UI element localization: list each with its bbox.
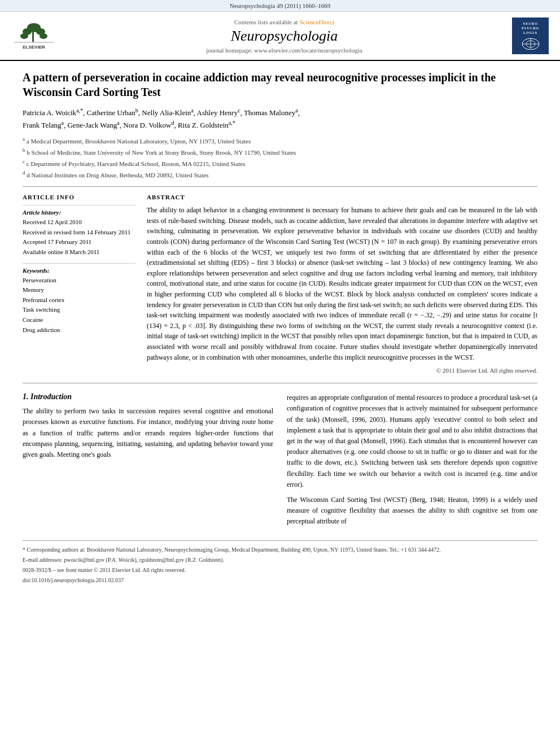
copyright-line: © 2011 Elsevier Ltd. All rights reserved… xyxy=(147,367,537,374)
authors: Patricia A. Woicika,*, Catherine Urbanb,… xyxy=(23,106,537,131)
keywords-list: Perseveration Memory Prefrontal cortex T… xyxy=(23,276,135,335)
affiliation-d: d d National Institutes on Drug Abuse, B… xyxy=(23,169,537,180)
intro-para-right-1: requires an appropriate configuration of… xyxy=(287,392,537,490)
affiliation-b: b b School of Medicine, State University… xyxy=(23,147,537,157)
article-info-abstract: ARTICLE INFO Article history: Received 1… xyxy=(23,194,537,374)
body-content: 1. Introduction The ability to perform t… xyxy=(23,392,537,531)
info-divider-1 xyxy=(23,205,135,206)
affiliation-a: a a Medical Department, Brookhaven Natio… xyxy=(23,136,537,146)
journal-header: ELSEVIER Contents lists available at Sci… xyxy=(0,12,560,61)
journal-title: Neuropsychologia xyxy=(62,28,506,45)
abstract-text: The ability to adapt behavior in a chang… xyxy=(147,205,537,362)
contents-available: Contents lists available at ScienceDirec… xyxy=(62,19,506,25)
intro-para-right-2: The Wisconsin Card Sorting Test (WCST) (… xyxy=(287,495,537,527)
body-left-col: 1. Introduction The ability to perform t… xyxy=(23,392,273,531)
article-info-panel: ARTICLE INFO Article history: Received 1… xyxy=(23,194,135,374)
doi-line: doi:10.1016/j.neuropsychologia.2011.02.0… xyxy=(23,576,537,584)
divider-1 xyxy=(23,186,537,187)
svg-point-6 xyxy=(40,33,47,39)
elsevier-logo: ELSEVIER xyxy=(11,19,56,53)
svg-point-5 xyxy=(20,33,28,39)
sciencedirect-link[interactable]: ScienceDirect xyxy=(299,19,334,25)
intro-para-1: The ability to perform two tasks in succ… xyxy=(23,406,273,460)
svg-rect-1 xyxy=(32,30,34,42)
article-info-heading: ARTICLE INFO xyxy=(23,194,135,200)
divider-2 xyxy=(23,383,537,383)
body-right-col: requires an appropriate configuration of… xyxy=(287,392,537,531)
abstract-heading: ABSTRACT xyxy=(147,194,537,200)
footnotes: * Corresponding authors at: Brookhaven N… xyxy=(23,540,537,584)
citation-text: Neuropsychologia 49 (2011) 1660–1669 xyxy=(230,2,330,9)
keywords-section: Keywords: Perseveration Memory Prefronta… xyxy=(23,267,135,335)
article-history: Article history: Received 12 April 2010 … xyxy=(23,209,135,257)
affiliation-c: c c Department of Psychiatry, Harvard Me… xyxy=(23,158,537,168)
intro-heading: 1. Introduction xyxy=(23,392,273,401)
journal-center: Contents lists available at ScienceDirec… xyxy=(62,19,506,54)
svg-rect-0 xyxy=(14,42,54,43)
svg-text:ELSEVIER: ELSEVIER xyxy=(23,45,45,50)
history-label: Article history: xyxy=(23,209,135,216)
history-dates: Received 12 April 2010 Received in revis… xyxy=(23,217,135,257)
info-divider-2 xyxy=(23,263,135,264)
main-content: A pattern of perseveration in cocaine ad… xyxy=(0,61,560,595)
corresponding-note: * Corresponding authors at: Brookhaven N… xyxy=(23,545,537,554)
article-title: A pattern of perseveration in cocaine ad… xyxy=(23,70,537,99)
abstract-panel: ABSTRACT The ability to adapt behavior i… xyxy=(147,194,537,374)
keywords-label: Keywords: xyxy=(23,267,135,274)
journal-citation: Neuropsychologia 49 (2011) 1660–1669 xyxy=(0,0,560,12)
issn-line: 0028-3932/$ – see front matter © 2011 El… xyxy=(23,566,537,574)
journal-badge: NEURO PSYCHO LOGIA xyxy=(512,18,549,54)
journal-homepage: journal homepage: www.elsevier.com/locat… xyxy=(62,47,506,54)
affiliations: a a Medical Department, Brookhaven Natio… xyxy=(23,136,537,180)
email-note: E-mail addresses: pwoicik@bnl.gov (P.A. … xyxy=(23,556,537,564)
